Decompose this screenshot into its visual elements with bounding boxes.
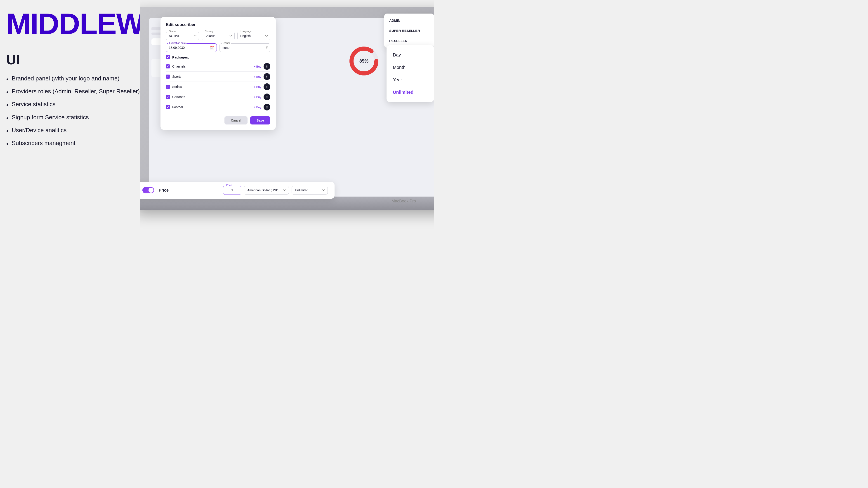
package-name: Serials: [172, 85, 251, 89]
expiration-field: Expiration date 📅: [166, 43, 217, 52]
status-select[interactable]: ACTIVE: [166, 32, 199, 40]
feature-item: Signup form Service statistics: [6, 113, 160, 123]
status-field: Status ACTIVE: [166, 32, 199, 40]
packages-header: Packages:: [166, 55, 270, 59]
package-buy[interactable]: + Buy: [254, 105, 261, 109]
role-item[interactable]: RESELLER: [384, 36, 434, 46]
package-row: Football + Buy ⎘: [166, 102, 270, 112]
price-value-field: Price: [223, 186, 241, 195]
modal-title: Edit subscriber: [166, 22, 270, 27]
role-item[interactable]: SUPER RESELLER: [384, 26, 434, 36]
price-input-group: Price American Dollar (USD) Unlimited Da…: [223, 186, 328, 195]
feature-item: User/Device analitics: [6, 126, 160, 135]
modal-row-1: Status ACTIVE Country Belarus Language E…: [166, 32, 270, 40]
package-name: Football: [172, 105, 251, 109]
role-item[interactable]: ADMIN: [384, 15, 434, 26]
feature-item: Providers roles (Admin, Reseller, Super …: [6, 87, 160, 96]
language-select[interactable]: English: [237, 32, 270, 40]
currency-select[interactable]: American Dollar (USD): [244, 186, 289, 195]
package-buy[interactable]: + Buy: [254, 65, 261, 68]
package-copy-button[interactable]: ⎘: [264, 94, 270, 100]
language-field: Language English: [237, 32, 270, 40]
package-name: Cartoons: [172, 95, 251, 99]
price-field-label: Price: [225, 184, 233, 186]
modal-row-2: Expiration date 📅 Owner ⎘: [166, 43, 270, 52]
package-row: Cartoons + Buy ⎘: [166, 92, 270, 102]
modal-actions: Cancel Save: [166, 116, 270, 125]
period-select[interactable]: Unlimited Day Month Year: [291, 186, 328, 195]
owner-label: Owner: [222, 41, 231, 44]
subtitle: UI: [6, 52, 160, 68]
price-bar-label: Price: [159, 188, 219, 193]
edit-subscriber-modal: Edit subscriber Status ACTIVE Country Be…: [160, 17, 276, 130]
package-checkbox[interactable]: [166, 74, 170, 78]
package-name: Sports: [172, 75, 251, 78]
package-buy[interactable]: + Buy: [254, 75, 261, 78]
owner-input[interactable]: [219, 43, 270, 52]
donut-chart: 85%: [348, 45, 380, 77]
country-field: Country Belarus: [202, 32, 235, 40]
package-copy-button[interactable]: ⎘: [264, 84, 270, 90]
cancel-button[interactable]: Cancel: [224, 116, 248, 125]
expiration-input[interactable]: [166, 43, 217, 52]
package-checkbox[interactable]: [166, 95, 170, 99]
package-checkbox[interactable]: [166, 105, 170, 109]
date-period-dropdown: DayMonthYearUnlimited: [386, 45, 434, 102]
package-row: Channels + Buy ⎘: [166, 61, 270, 72]
status-label: Status: [168, 30, 177, 33]
packages-label: Packages:: [172, 55, 189, 59]
package-copy-button[interactable]: ⎘: [264, 73, 270, 80]
copy-icon[interactable]: ⎘: [266, 46, 268, 50]
language-label: Language: [240, 30, 252, 33]
period-wrapper: Unlimited Day Month Year: [291, 186, 328, 195]
donut-percent: 85%: [360, 59, 368, 64]
main-title: MIDDLEWARE: [6, 9, 160, 38]
expiration-label: Expiration date: [168, 41, 186, 44]
laptop-brand: MacBook Pro: [392, 199, 416, 203]
right-section: 85% MacBook Pro Edit subscriber Status A…: [140, 0, 434, 244]
currency-wrapper: American Dollar (USD): [244, 186, 289, 195]
package-name: Channels: [172, 65, 251, 68]
save-button[interactable]: Save: [250, 116, 270, 125]
date-period-item[interactable]: Day: [386, 49, 434, 61]
price-bar: Price Price American Dollar (USD) Unlimi…: [140, 182, 335, 199]
package-row: Serials + Buy ⎘: [166, 82, 270, 92]
package-copy-button[interactable]: ⎘: [264, 104, 270, 110]
owner-field: Owner ⎘: [219, 43, 270, 52]
feature-item: Subscribers managment: [6, 139, 160, 148]
toggle-knob: [149, 188, 153, 193]
left-section: MIDDLEWARE UI Branded panel (with your l…: [6, 9, 160, 152]
package-buy[interactable]: + Buy: [254, 95, 261, 99]
role-dropdown: ADMINSUPER RESELLERRESELLER: [384, 13, 434, 48]
package-checkbox[interactable]: [166, 64, 170, 68]
date-period-item[interactable]: Year: [386, 74, 434, 86]
package-buy[interactable]: + Buy: [254, 85, 261, 89]
date-period-item[interactable]: Unlimited: [386, 86, 434, 98]
price-input[interactable]: [223, 186, 241, 195]
package-copy-button[interactable]: ⎘: [264, 63, 270, 70]
package-row: Sports + Buy ⎘: [166, 72, 270, 82]
country-label: Country: [204, 30, 215, 33]
packages-checkbox[interactable]: [166, 55, 170, 59]
date-period-item[interactable]: Month: [386, 61, 434, 74]
feature-item: Branded panel (with your logo and name): [6, 74, 160, 84]
price-toggle[interactable]: [143, 187, 154, 193]
country-select[interactable]: Belarus: [202, 32, 235, 40]
packages-list: Channels + Buy ⎘ Sports + Buy ⎘ Serials …: [166, 61, 270, 112]
features-list: Branded panel (with your logo and name)P…: [6, 74, 160, 148]
feature-item: Service statistics: [6, 100, 160, 109]
calendar-icon[interactable]: 📅: [210, 46, 215, 50]
package-checkbox[interactable]: [166, 85, 170, 89]
